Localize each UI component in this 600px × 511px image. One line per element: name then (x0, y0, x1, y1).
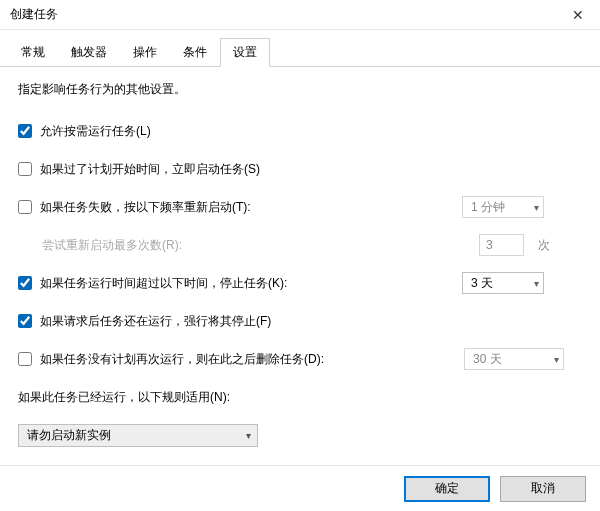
stop-if-longer-label: 如果任务运行时间超过以下时间，停止任务(K): (40, 275, 287, 292)
chevron-down-icon: ▾ (246, 430, 251, 441)
delete-after-label: 如果任务没有计划再次运行，则在此之后删除任务(D): (40, 351, 324, 368)
tab-general[interactable]: 常规 (8, 38, 58, 66)
close-button[interactable]: ✕ (555, 0, 600, 30)
restart-on-fail-label: 如果任务失败，按以下频率重新启动(T): (40, 199, 251, 216)
stop-duration-value: 3 天 (471, 275, 493, 292)
restart-attempts-value: 3 (486, 238, 493, 252)
tab-strip: 常规 触发器 操作 条件 设置 (0, 30, 600, 67)
already-running-rule-combo[interactable]: 请勿启动新实例 ▾ (18, 424, 258, 447)
tab-conditions[interactable]: 条件 (170, 38, 220, 66)
delete-after-checkbox[interactable] (18, 352, 32, 366)
run-asap-option[interactable]: 如果过了计划开始时间，立即启动任务(S) (18, 161, 260, 178)
allow-on-demand-checkbox[interactable] (18, 124, 32, 138)
cancel-button[interactable]: 取消 (500, 476, 586, 502)
delete-after-combo: 30 天 ▾ (464, 348, 564, 370)
chevron-down-icon: ▾ (528, 278, 539, 289)
force-stop-label: 如果请求后任务还在运行，强行将其停止(F) (40, 313, 271, 330)
tab-settings[interactable]: 设置 (220, 38, 270, 67)
force-stop-option[interactable]: 如果请求后任务还在运行，强行将其停止(F) (18, 313, 271, 330)
restart-attempts-input: 3 (479, 234, 524, 256)
allow-on-demand-option[interactable]: 允许按需运行任务(L) (18, 123, 151, 140)
settings-panel: 指定影响任务行为的其他设置。 允许按需运行任务(L) 如果过了计划开始时间，立即… (0, 67, 600, 467)
delete-after-option[interactable]: 如果任务没有计划再次运行，则在此之后删除任务(D): (18, 351, 324, 368)
chevron-down-icon: ▾ (528, 202, 539, 213)
stop-if-longer-option[interactable]: 如果任务运行时间超过以下时间，停止任务(K): (18, 275, 287, 292)
run-asap-checkbox[interactable] (18, 162, 32, 176)
restart-interval-combo: 1 分钟 ▾ (462, 196, 544, 218)
tab-triggers[interactable]: 触发器 (58, 38, 120, 66)
allow-on-demand-label: 允许按需运行任务(L) (40, 123, 151, 140)
chevron-down-icon: ▾ (548, 354, 559, 365)
force-stop-checkbox[interactable] (18, 314, 32, 328)
ok-button[interactable]: 确定 (404, 476, 490, 502)
restart-on-fail-checkbox[interactable] (18, 200, 32, 214)
stop-duration-combo[interactable]: 3 天 ▾ (462, 272, 544, 294)
delete-after-value: 30 天 (473, 351, 502, 368)
restart-attempts-suffix: 次 (538, 237, 550, 254)
tab-actions[interactable]: 操作 (120, 38, 170, 66)
panel-description: 指定影响任务行为的其他设置。 (18, 81, 582, 98)
title-bar: 创建任务 ✕ (0, 0, 600, 30)
restart-on-fail-option[interactable]: 如果任务失败，按以下频率重新启动(T): (18, 199, 251, 216)
restart-attempts-label: 尝试重新启动最多次数(R): (42, 237, 182, 254)
run-asap-label: 如果过了计划开始时间，立即启动任务(S) (40, 161, 260, 178)
already-running-label: 如果此任务已经运行，以下规则适用(N): (18, 389, 230, 406)
stop-if-longer-checkbox[interactable] (18, 276, 32, 290)
dialog-footer: 确定 取消 (0, 465, 600, 511)
restart-interval-value: 1 分钟 (471, 199, 505, 216)
window-title: 创建任务 (10, 6, 555, 23)
already-running-rule-value: 请勿启动新实例 (27, 427, 111, 444)
